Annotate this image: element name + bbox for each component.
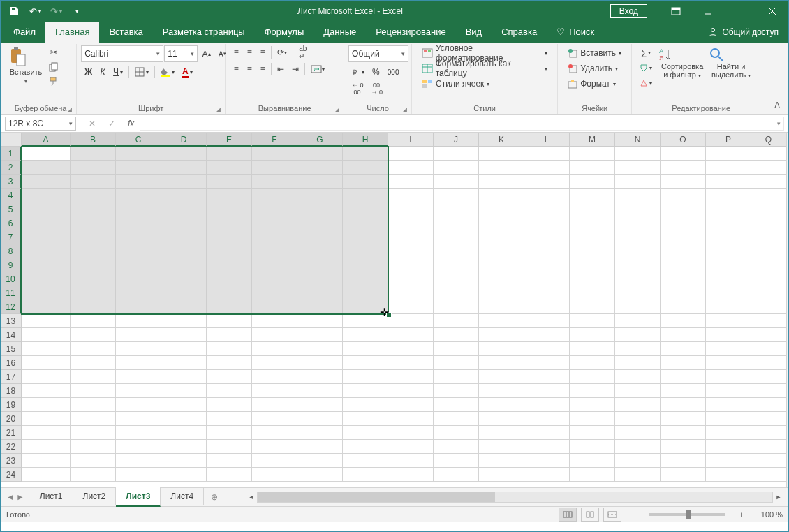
- cell[interactable]: [116, 342, 161, 356]
- row-header[interactable]: 16: [1, 356, 22, 370]
- cell[interactable]: [343, 328, 388, 342]
- tell-me[interactable]: ♡ Поиск: [547, 22, 604, 43]
- cell[interactable]: [661, 356, 706, 370]
- cell[interactable]: [116, 328, 161, 342]
- cell[interactable]: [116, 384, 161, 398]
- cell[interactable]: [570, 258, 615, 272]
- cell[interactable]: [434, 300, 479, 314]
- cell[interactable]: [434, 384, 479, 398]
- cell[interactable]: [570, 342, 615, 356]
- cell[interactable]: [252, 398, 297, 412]
- cell[interactable]: [479, 328, 524, 342]
- cell[interactable]: [751, 189, 786, 202]
- scroll-right-icon[interactable]: ►: [773, 494, 784, 501]
- cell[interactable]: [343, 398, 388, 412]
- cell[interactable]: [343, 384, 388, 398]
- number-format-combo[interactable]: Общий▾: [348, 45, 408, 62]
- cell[interactable]: [116, 440, 161, 454]
- bold-button[interactable]: Ж: [81, 65, 96, 79]
- cell[interactable]: [524, 370, 570, 384]
- cell[interactable]: [706, 356, 751, 370]
- cell[interactable]: [207, 314, 252, 328]
- cell[interactable]: [706, 286, 751, 300]
- cell[interactable]: [751, 370, 786, 384]
- cell[interactable]: [479, 384, 524, 398]
- select-all-corner[interactable]: [1, 133, 22, 147]
- cell[interactable]: [524, 454, 570, 468]
- cell[interactable]: [252, 314, 297, 328]
- cell[interactable]: [388, 244, 434, 258]
- cell[interactable]: [570, 398, 615, 412]
- cell[interactable]: [615, 258, 661, 272]
- cell[interactable]: [570, 189, 615, 202]
- cell[interactable]: [71, 314, 116, 328]
- cell[interactable]: [479, 244, 524, 258]
- cell[interactable]: [388, 426, 434, 440]
- cell[interactable]: [751, 230, 786, 244]
- row-header[interactable]: 9: [1, 258, 22, 272]
- cell[interactable]: [479, 426, 524, 440]
- expand-formula-icon[interactable]: ▾: [777, 120, 781, 127]
- cell[interactable]: [570, 244, 615, 258]
- cell[interactable]: [434, 286, 479, 300]
- cell[interactable]: [388, 230, 434, 244]
- cell[interactable]: [524, 175, 570, 189]
- cell[interactable]: [207, 412, 252, 426]
- tab-home[interactable]: Главная: [45, 22, 99, 43]
- cell[interactable]: [22, 412, 71, 426]
- cell[interactable]: [207, 370, 252, 384]
- cell[interactable]: [570, 216, 615, 230]
- row-header[interactable]: 19: [1, 398, 22, 412]
- cell[interactable]: [343, 468, 388, 482]
- cell[interactable]: [570, 272, 615, 286]
- cell[interactable]: [524, 286, 570, 300]
- borders-icon[interactable]: ▾: [131, 65, 152, 79]
- cell[interactable]: [615, 412, 661, 426]
- cell[interactable]: [751, 147, 786, 161]
- cell[interactable]: [615, 244, 661, 258]
- increase-decimal-icon[interactable]: ←.0.00: [348, 82, 367, 96]
- sheet-tab[interactable]: Лист4: [161, 487, 204, 505]
- tab-file[interactable]: Файл: [3, 22, 45, 43]
- cell[interactable]: [615, 202, 661, 216]
- cell[interactable]: [479, 398, 524, 412]
- cell[interactable]: [71, 454, 116, 468]
- cell[interactable]: [570, 161, 615, 175]
- cell[interactable]: [388, 398, 434, 412]
- cell[interactable]: [161, 412, 207, 426]
- view-normal-icon[interactable]: [559, 508, 577, 522]
- indent-icon[interactable]: ⇥: [288, 62, 302, 76]
- cell[interactable]: [524, 202, 570, 216]
- row-header[interactable]: 10: [1, 272, 22, 286]
- cut-icon[interactable]: ✂: [45, 45, 62, 59]
- cell[interactable]: [116, 412, 161, 426]
- cell[interactable]: [479, 189, 524, 202]
- cell[interactable]: [479, 314, 524, 328]
- cell[interactable]: [388, 314, 434, 328]
- cell[interactable]: [661, 412, 706, 426]
- cell[interactable]: [343, 440, 388, 454]
- cell[interactable]: [22, 426, 71, 440]
- column-header[interactable]: F: [252, 133, 297, 147]
- cell[interactable]: [706, 342, 751, 356]
- cell[interactable]: [524, 342, 570, 356]
- zoom-in-button[interactable]: +: [735, 510, 748, 519]
- cell[interactable]: [116, 398, 161, 412]
- cell[interactable]: [615, 454, 661, 468]
- cell[interactable]: [297, 468, 343, 482]
- column-header[interactable]: O: [661, 133, 706, 147]
- cell[interactable]: [751, 440, 786, 454]
- column-header[interactable]: D: [161, 133, 207, 147]
- column-header[interactable]: P: [706, 133, 751, 147]
- cell[interactable]: [434, 342, 479, 356]
- font-name-combo[interactable]: Calibri▾: [81, 45, 163, 62]
- cell[interactable]: [706, 412, 751, 426]
- row-header[interactable]: 5: [1, 202, 22, 216]
- align-top-icon[interactable]: ≡: [230, 45, 242, 59]
- cell[interactable]: [161, 342, 207, 356]
- cell[interactable]: [434, 440, 479, 454]
- cell[interactable]: [71, 342, 116, 356]
- cell[interactable]: [615, 272, 661, 286]
- cell[interactable]: [479, 356, 524, 370]
- cell[interactable]: [71, 356, 116, 370]
